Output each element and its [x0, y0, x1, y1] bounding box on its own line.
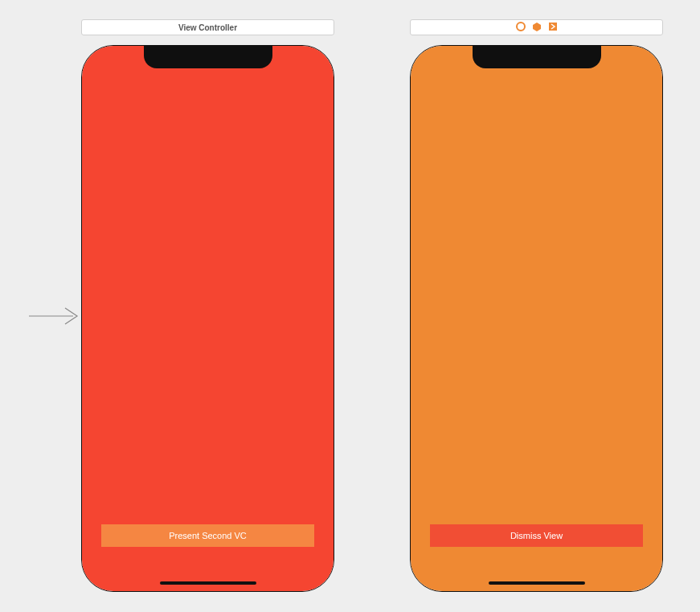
- scene-title-bar[interactable]: [410, 19, 663, 35]
- dismiss-view-button[interactable]: Dismiss View: [430, 524, 643, 547]
- button-label: Present Second VC: [169, 531, 247, 540]
- vc-identity-icon[interactable]: [516, 22, 526, 33]
- device-notch: [473, 46, 601, 68]
- exit-icon[interactable]: [548, 22, 558, 33]
- home-indicator: [489, 581, 585, 585]
- scene-view-controller-1[interactable]: View Controller Present Second VC: [81, 19, 334, 592]
- scene-view-controller-2[interactable]: Dismiss View: [410, 19, 663, 592]
- svg-rect-3: [549, 23, 557, 31]
- first-responder-icon[interactable]: [532, 22, 542, 33]
- root-view[interactable]: [411, 46, 662, 591]
- entry-point-arrow[interactable]: [29, 304, 81, 331]
- home-indicator: [160, 581, 256, 585]
- button-label: Dismiss View: [510, 531, 563, 540]
- scene-title-label: View Controller: [178, 23, 237, 32]
- device-notch: [144, 46, 272, 68]
- svg-point-1: [517, 23, 525, 31]
- root-view[interactable]: [82, 46, 334, 591]
- storyboard-canvas[interactable]: View Controller Present Second VC: [0, 0, 700, 612]
- device-frame: Present Second VC: [81, 45, 334, 592]
- device-frame: Dismiss View: [410, 45, 663, 592]
- svg-marker-2: [533, 23, 541, 31]
- scene-title-bar[interactable]: View Controller: [81, 19, 334, 35]
- present-second-vc-button[interactable]: Present Second VC: [101, 524, 314, 547]
